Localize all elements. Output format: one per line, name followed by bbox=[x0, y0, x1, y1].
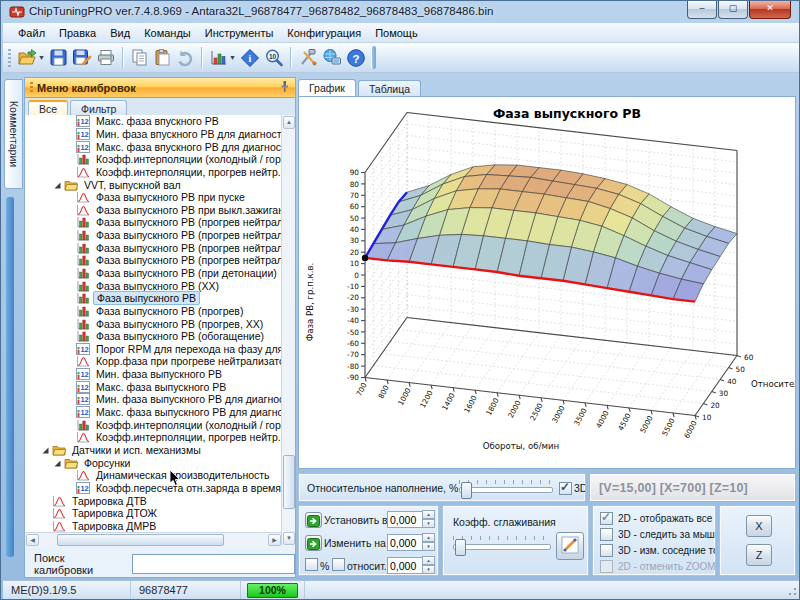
relative-input[interactable] bbox=[387, 557, 425, 574]
set-to-spinner[interactable]: ▴▾ bbox=[422, 510, 435, 527]
tree-item[interactable]: Фаза выпускного РВ при пуске bbox=[25, 191, 281, 204]
percent-checkbox[interactable] bbox=[305, 558, 318, 571]
tree-item[interactable]: Фаза выпускного РВ (прогрев) bbox=[25, 305, 281, 318]
tree-item[interactable]: Коэфф.интерполяции (холодный / горячий ) bbox=[25, 418, 281, 431]
comments-side-tab[interactable]: Комментарии bbox=[4, 79, 23, 189]
scroll-thumb[interactable] bbox=[283, 455, 295, 509]
title-bar[interactable]: ChipTuningPRO ver.7.4.8.969 - Antara32L_… bbox=[1, 1, 799, 23]
search-input[interactable] bbox=[132, 554, 295, 574]
paste-button[interactable] bbox=[151, 45, 174, 70]
save-button[interactable] bbox=[47, 45, 70, 70]
tree-item[interactable]: VVT, выпускной вал bbox=[25, 178, 281, 191]
set-to-input[interactable] bbox=[387, 511, 425, 528]
checkbox[interactable] bbox=[600, 528, 613, 541]
relative-spinner[interactable]: ▴▾ bbox=[422, 556, 435, 573]
zoom-number-button[interactable]: 10 bbox=[262, 45, 286, 70]
open-button[interactable]: ▼ bbox=[15, 45, 47, 70]
display-option[interactable]: 2D - отображать все точки bbox=[600, 512, 716, 525]
tree-item[interactable]: 12Мин. фаза выпускного РВ для диагностик… bbox=[25, 393, 281, 406]
menu-item-Файл[interactable]: Файл bbox=[11, 25, 52, 41]
expander-icon[interactable] bbox=[41, 445, 51, 455]
tree-item[interactable]: Фаза выпускного РВ при выкл.зажигания bbox=[25, 203, 281, 216]
tree-item[interactable]: Фаза выпускного РВ (прогрев нейтрализато… bbox=[25, 216, 281, 229]
save-as-button[interactable] bbox=[70, 45, 94, 70]
scroll-right-button[interactable]: ▶ bbox=[268, 534, 281, 546]
change-by-input[interactable] bbox=[387, 534, 425, 551]
menu-item-Помощь[interactable]: Помощь bbox=[368, 25, 425, 41]
tree-item[interactable]: Корр.фаза при прогреве нейтрализатора bbox=[25, 355, 281, 368]
checkbox[interactable] bbox=[600, 512, 613, 525]
pin-icon[interactable] bbox=[279, 79, 290, 97]
tree-item[interactable]: Динамическая производительность bbox=[25, 469, 281, 482]
scroll-left-button[interactable]: ◀ bbox=[26, 534, 39, 546]
tree-item[interactable]: Тарировка ДТВ bbox=[25, 494, 281, 507]
tree-item[interactable]: Фаза выпускного РВ (прогрев нейтрал., ХХ… bbox=[25, 254, 281, 267]
scroll-thumb-horizontal[interactable] bbox=[57, 534, 224, 546]
scroll-down-button[interactable]: ▼ bbox=[283, 532, 295, 545]
toolbar-grip[interactable] bbox=[8, 49, 11, 67]
relative-checkbox[interactable] bbox=[332, 558, 345, 571]
resize-grip[interactable] bbox=[785, 584, 797, 596]
z-axis-button[interactable]: Z bbox=[746, 544, 772, 566]
network-button[interactable] bbox=[320, 45, 344, 70]
dropdown-arrow-icon[interactable]: ▼ bbox=[38, 54, 45, 61]
tree-item[interactable]: Фаза выпускного РВ bbox=[25, 292, 281, 305]
tree-item[interactable]: 12Мин. фаза выпускного РВ bbox=[25, 368, 281, 381]
display-option[interactable]: 3D - следить за мышью bbox=[600, 528, 716, 541]
expander-icon[interactable] bbox=[53, 180, 63, 190]
menu-item-Инструменты[interactable]: Инструменты bbox=[198, 25, 281, 41]
menu-item-Команды[interactable]: Команды bbox=[137, 25, 198, 41]
tab-graph[interactable]: График bbox=[298, 79, 356, 97]
tab-table[interactable]: Таблица bbox=[358, 80, 421, 97]
tree-item[interactable]: Фаза выпускного РВ (прогрев, ХХ) bbox=[25, 317, 281, 330]
checkbox-3d[interactable] bbox=[559, 482, 572, 495]
tree-item[interactable]: Фаза выпускного РВ (прогрев нейтрал., ХХ… bbox=[25, 241, 281, 254]
tree-item[interactable]: Датчики и исп. механизмы bbox=[25, 444, 281, 457]
tree-item[interactable]: 12Макс. фаза выпускного РВ bbox=[25, 380, 281, 393]
change-by-spinner[interactable]: ▴▾ bbox=[422, 533, 435, 550]
minimize-button[interactable]: – bbox=[687, 1, 717, 19]
menu-item-Вид[interactable]: Вид bbox=[103, 25, 137, 41]
tree-item[interactable]: Форсунки bbox=[25, 456, 281, 469]
tree-item[interactable]: Коэфф.интерполяции, прогрев нейтр. (холо… bbox=[25, 166, 281, 179]
maximize-button[interactable]: ▢ bbox=[718, 1, 748, 19]
tree-item[interactable]: Фаза выпускного РВ (при детонации) bbox=[25, 267, 281, 280]
menu-item-Конфигурация[interactable]: Конфигурация bbox=[280, 25, 368, 41]
interpolate-button[interactable] bbox=[556, 532, 584, 560]
tree-item[interactable]: Фаза выпускного РВ (обогащение) bbox=[25, 330, 281, 343]
apply-set-button[interactable] bbox=[305, 512, 322, 528]
tree-item[interactable]: 12Мин. фаза впускного РВ для диагностики bbox=[25, 128, 281, 141]
tree-item[interactable]: 12Порог RPM для перехода на фазу для реж… bbox=[25, 343, 281, 356]
undo-button[interactable] bbox=[174, 45, 197, 70]
smoothing-slider[interactable] bbox=[453, 544, 551, 550]
tree-item[interactable]: 12Макс. фаза выпускного РВ для диагности… bbox=[25, 406, 281, 419]
apply-change-button[interactable] bbox=[305, 535, 322, 551]
checkbox[interactable] bbox=[600, 544, 613, 557]
tree-item[interactable]: Тарировка ДТОЖ bbox=[25, 507, 281, 520]
x-axis-button[interactable]: X bbox=[746, 515, 772, 537]
tree-item[interactable]: Фаза выпускного РВ (ХХ) bbox=[25, 279, 281, 292]
smoothing-slider-thumb[interactable] bbox=[455, 539, 466, 556]
tools-button[interactable] bbox=[296, 45, 320, 70]
scroll-up-button[interactable]: ▲ bbox=[283, 116, 295, 129]
tree-vertical-scrollbar[interactable]: ▲ ▼ bbox=[281, 115, 295, 546]
display-option[interactable]: 2D - отменить ZOOM bbox=[600, 560, 716, 573]
dropdown-arrow-icon[interactable]: ▼ bbox=[229, 54, 236, 61]
print-button[interactable] bbox=[94, 45, 118, 70]
chart-view-button[interactable]: ▼ bbox=[207, 45, 238, 70]
help-button[interactable]: ? bbox=[344, 45, 368, 70]
expander-icon[interactable] bbox=[53, 458, 63, 468]
tree-item[interactable]: 12Коэфф.пересчета отн.заряда в время впр… bbox=[25, 482, 281, 495]
menu-item-Правка[interactable]: Правка bbox=[52, 25, 103, 41]
tree-horizontal-scrollbar[interactable]: ◀ ▶ bbox=[25, 532, 281, 546]
info-button[interactable]: i bbox=[238, 45, 262, 70]
copy-button[interactable] bbox=[128, 45, 151, 70]
fill-slider[interactable] bbox=[459, 487, 553, 493]
tree-item[interactable]: 12Макс. фаза впускного РВ bbox=[25, 115, 281, 128]
display-option[interactable]: 3D - изм. соседние точки bbox=[600, 544, 716, 557]
tree-item[interactable]: 12Макс. фаза впускного РВ для диагностик… bbox=[25, 140, 281, 153]
tree-item[interactable]: Тарировка ДМРВ bbox=[25, 520, 281, 533]
close-button[interactable]: ✕ bbox=[749, 1, 791, 19]
tree-item[interactable]: Коэфф.интерполяции (холодный / горячий ) bbox=[25, 153, 281, 166]
tree-item[interactable]: Коэфф.интерполяции, прогрев нейтр. (холо… bbox=[25, 431, 281, 444]
